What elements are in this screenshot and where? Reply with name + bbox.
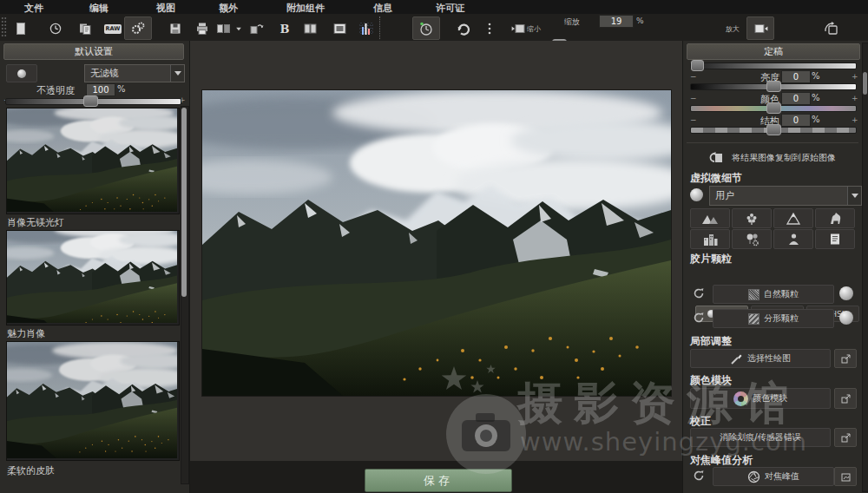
partial-slider-handle[interactable] [691, 60, 704, 71]
preset-thumbnail-1[interactable] [6, 108, 180, 214]
save-button[interactable]: 保存 [365, 469, 512, 492]
brightness-plus[interactable]: + [852, 72, 858, 81]
brightness-minus[interactable]: − [690, 72, 697, 81]
structure-plus[interactable]: + [852, 115, 858, 124]
micro-detail-preset-dropdown[interactable]: 用户 [709, 186, 862, 206]
panel-scrollbar-thumb[interactable] [863, 72, 867, 95]
filter-dropdown[interactable]: 无滤镜 [84, 64, 185, 82]
zoom-value-field[interactable]: 19 [599, 15, 634, 28]
micro-detail-title: 虚拟微细节 [690, 171, 742, 186]
chevron-down-icon [174, 71, 181, 76]
brightness-value-field[interactable]: 0 [781, 70, 811, 83]
structure-unit: % [812, 115, 820, 124]
menu-license[interactable]: 许可证 [436, 2, 464, 15]
main-image[interactable] [201, 89, 672, 397]
menu-extras[interactable]: 额外 [219, 2, 238, 15]
selective-drawing-open-button[interactable] [834, 349, 857, 368]
partial-slider-track[interactable] [690, 62, 857, 69]
zoom-unit: % [636, 16, 644, 25]
default-settings-button[interactable]: 默认设置 [3, 43, 184, 60]
panel-scrollbar-track[interactable] [862, 43, 868, 492]
presets-scrollbar-thumb[interactable] [181, 108, 187, 297]
focus-peaking-open-button[interactable] [834, 467, 857, 486]
fractal-grain-ball[interactable] [839, 311, 853, 325]
subject-animal-button[interactable] [815, 208, 855, 228]
aperture-icon [747, 470, 760, 483]
natural-grain-ball[interactable] [839, 286, 853, 300]
color-plus[interactable]: + [852, 94, 858, 102]
more-options-button[interactable] [479, 19, 500, 38]
post-processing-button[interactable] [124, 16, 152, 40]
new-image-button[interactable] [10, 19, 31, 38]
menu-addons[interactable]: 附加组件 [286, 2, 325, 15]
opacity-value-field[interactable]: 100 [86, 83, 115, 96]
expand-icon [840, 353, 852, 365]
transfer-image-button[interactable] [246, 19, 266, 38]
subject-document-button[interactable] [815, 229, 855, 249]
raw-develop-button[interactable]: RAW [102, 19, 123, 38]
refresh-icon[interactable] [693, 470, 705, 482]
compare-view-button[interactable] [215, 19, 243, 38]
structure-minus[interactable]: − [690, 115, 697, 124]
filter-preview-button[interactable] [6, 64, 37, 82]
menu-view[interactable]: 视图 [156, 2, 175, 15]
brightness-slider-handle[interactable] [766, 81, 781, 92]
preset-label-3: 柔软的皮肤 [7, 464, 55, 477]
copy-result-button[interactable]: 将结果图像复制到原始图像 [690, 148, 855, 168]
fractal-grain-button[interactable]: 分形颗粒 [713, 309, 834, 328]
crop-rotate-button[interactable] [821, 19, 842, 38]
film-grain-title: 胶片颗粒 [690, 252, 732, 266]
subject-architecture-button[interactable] [690, 229, 730, 249]
scratch-sensor-button[interactable]: 消除划痕/传感器错误 [690, 428, 831, 447]
before-view-button[interactable]: B [274, 19, 295, 38]
mountain-peak-icon [786, 212, 801, 225]
menu-info[interactable]: 信息 [373, 2, 392, 15]
refresh-icon[interactable] [693, 287, 705, 299]
micro-detail-sphere-icon[interactable] [690, 188, 703, 201]
split-view-icon [303, 22, 318, 36]
compare-timer-button[interactable] [412, 16, 440, 40]
selective-drawing-button[interactable]: 选择性绘图 [690, 349, 831, 368]
history-button[interactable] [45, 19, 66, 38]
color-module-open-button[interactable] [834, 388, 857, 409]
finalize-button[interactable]: 定稿 [687, 43, 860, 60]
preset-thumbnail-2[interactable] [6, 230, 180, 325]
preview-frame-button[interactable] [329, 19, 350, 38]
correction-open-button[interactable] [834, 428, 857, 447]
print-button[interactable] [192, 19, 213, 38]
subject-landscape-button[interactable] [690, 208, 730, 228]
subject-portrait-button[interactable] [773, 229, 813, 249]
before-letter-icon: B [280, 23, 290, 36]
natural-grain-button[interactable]: 自然颗粒 [713, 285, 834, 304]
structure-value-field[interactable]: 0 [781, 114, 811, 127]
refresh-icon[interactable] [693, 312, 705, 324]
preset-thumbnail-3[interactable] [6, 341, 180, 461]
color-value-field[interactable]: 0 [781, 92, 811, 105]
histogram-button[interactable] [356, 19, 377, 38]
zoom-label: 缩放 [564, 16, 580, 28]
color-module-button[interactable]: 颜色模块 [690, 388, 831, 409]
subject-objects-button[interactable] [732, 229, 772, 249]
subject-peak-button[interactable] [773, 208, 813, 228]
save-file-button[interactable] [165, 19, 186, 38]
compare-icon [216, 22, 235, 36]
color-minus[interactable]: − [690, 94, 697, 102]
structure-slider-handle[interactable] [766, 124, 781, 135]
zoom-in-button[interactable] [746, 16, 774, 40]
printer-icon [195, 22, 209, 36]
dropdown-caret[interactable] [170, 65, 184, 82]
gears-icon [130, 21, 146, 36]
expand-icon [840, 432, 852, 444]
subject-flower-button[interactable] [732, 208, 772, 228]
split-view-button[interactable] [299, 19, 320, 38]
focus-peaking-button[interactable]: 对焦峰值 [713, 467, 834, 486]
menu-file[interactable]: 文件 [24, 2, 43, 15]
toolbar-grip[interactable] [1, 16, 7, 38]
timer-icon [418, 21, 434, 36]
color-slider-handle[interactable] [766, 102, 781, 114]
redo-button[interactable] [453, 19, 474, 38]
copy-image-button[interactable] [75, 19, 95, 38]
menu-edit[interactable]: 编辑 [89, 2, 108, 15]
dropdown-caret[interactable] [847, 187, 861, 205]
opacity-slider-handle[interactable] [83, 95, 98, 107]
